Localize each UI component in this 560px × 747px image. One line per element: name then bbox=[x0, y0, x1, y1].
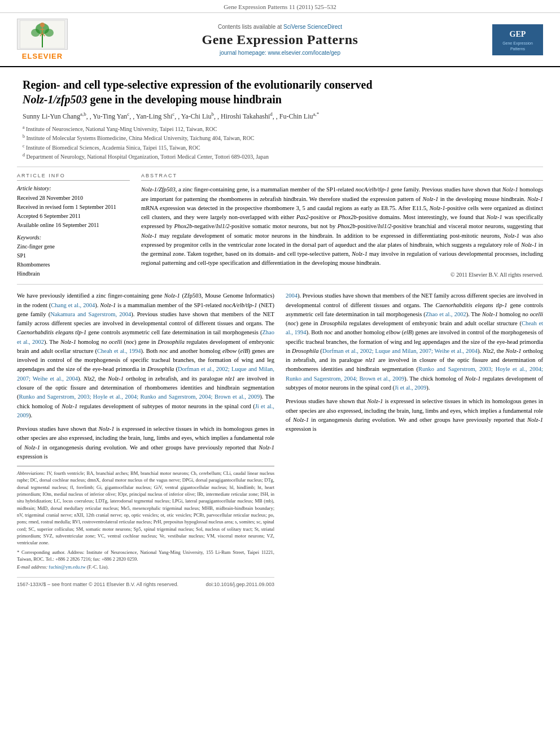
title-part1: Region- and cell type-selective expressi… bbox=[23, 78, 373, 91]
body-col-2: 2004). Previous studies have shown that … bbox=[286, 291, 543, 592]
abstract-nolz1-2: Nolz-1 bbox=[422, 196, 438, 202]
abstract-nolz1-3: Nolz-1 bbox=[527, 196, 543, 202]
doi-text: doi:10.1016/j.gep.2011.09.003 bbox=[205, 581, 274, 589]
affiliations: a Institute of Neuroscience, National Ya… bbox=[23, 124, 537, 161]
author2-name: , Yu-Ting Yan bbox=[90, 112, 127, 120]
sciverse-link[interactable]: SciVerse ScienceDirect bbox=[283, 24, 342, 30]
title-italic: Nolz-1/zfp503 bbox=[23, 93, 87, 106]
abbrev-line: Abbreviations: IV, fourth ventricle; BA,… bbox=[17, 470, 274, 546]
keyword-1: Zinc-finger gene bbox=[17, 242, 130, 251]
author5-name: , Hiroshi Takahashi bbox=[217, 112, 270, 120]
journal-homepage: journal homepage: www.elsevier.com/locat… bbox=[73, 50, 487, 56]
affil-b: b Institute of Molecular Systems Biomedi… bbox=[23, 133, 537, 142]
abstract-text: Nolz-1/Zfp503, a zinc finger-containing … bbox=[141, 185, 543, 268]
abstract-nolz1-5: Nolz-1 bbox=[487, 214, 502, 220]
abstract-isl2: Isl1/2 bbox=[378, 223, 391, 229]
article-info-abstract: ARTICLE INFO Article history: Received 2… bbox=[17, 167, 543, 285]
ref-chang2004[interactable]: Chang et al., 2004 bbox=[51, 302, 95, 308]
article-authors: Sunny Li-Yun Changa,b, , Yu-Ting Yanc, ,… bbox=[23, 111, 537, 121]
abbrev-label: Abbreviations: bbox=[17, 470, 45, 476]
ref-zhao2[interactable]: Zhao et al., 2002 bbox=[426, 311, 466, 317]
body-para2: Previous studies have shown that Nolz-1 … bbox=[17, 425, 274, 461]
abstract-label: ABSTRACT bbox=[141, 173, 543, 181]
abstract-nolz1-6: Nolz-1 bbox=[141, 233, 157, 239]
title-part3: gene in the developing mouse hindbrain bbox=[87, 93, 282, 106]
author1-sup: a,b bbox=[80, 111, 86, 117]
body-col2-para1: 2004). Previous studies have shown that … bbox=[286, 291, 543, 392]
keyword-4: Hindbrain bbox=[17, 269, 130, 278]
body-col2-para2: Previous studies have shown that Nolz-1 … bbox=[286, 397, 543, 434]
svg-text:Gene Expression: Gene Expression bbox=[502, 41, 533, 46]
footnotes-area: Abbreviations: IV, fourth ventricle; BA,… bbox=[17, 466, 274, 570]
elsevier-figure bbox=[17, 19, 68, 50]
abstract-pax2: Pax2 bbox=[296, 214, 309, 220]
article-title: Region- and cell type-selective expressi… bbox=[23, 77, 537, 107]
article-title-section: Region- and cell type-selective expressi… bbox=[17, 67, 543, 167]
svg-text:GEP: GEP bbox=[510, 30, 526, 38]
abstract-isl: Isl1/2 bbox=[216, 223, 230, 229]
keyword-3: Rhombomeres bbox=[17, 260, 130, 269]
svg-point-3 bbox=[31, 29, 40, 37]
revised-date: Received in revised form 1 September 201… bbox=[17, 203, 130, 212]
article-info-label: ARTICLE INFO bbox=[17, 173, 130, 181]
author3-name: , Yan-Ling Shi bbox=[133, 112, 172, 120]
bottom-bar: 1567-133X/$ – see front matter © 2011 El… bbox=[17, 577, 274, 592]
email-label: E-mail address: bbox=[17, 564, 47, 570]
elsevier-label: ELSEVIER bbox=[22, 52, 63, 60]
journal-title-center: Contents lists available at SciVerse Sci… bbox=[73, 24, 487, 56]
abstract-phox2b-pos: Phox2b bbox=[338, 223, 356, 229]
ref-runko[interactable]: Runko and Sagerstrom, 2003; Hoyle et al.… bbox=[19, 394, 260, 400]
ref-2004[interactable]: 2004 bbox=[286, 292, 298, 299]
article-history: Article history: Received 28 November 20… bbox=[17, 185, 130, 230]
ref-cheah1994[interactable]: Cheah et al., 1994 bbox=[97, 348, 141, 354]
abbrev-text: IV, fourth ventricle; BA, branchial arch… bbox=[17, 470, 274, 545]
abstract-copyright: © 2011 Elsevier B.V. All rights reserved… bbox=[141, 272, 543, 278]
affil-a: a Institute of Neuroscience, National Ya… bbox=[23, 124, 537, 133]
corresponding-label: * Corresponding author. bbox=[17, 549, 65, 555]
journal-header: ELSEVIER Contents lists available at Sci… bbox=[0, 13, 560, 67]
ref-runko2[interactable]: Runko and Sagerstrom, 2003; Hoyle et al.… bbox=[286, 366, 543, 381]
issn-text: 1567-133X/$ – see front matter © 2011 El… bbox=[17, 581, 178, 589]
body-col-1: We have previously identified a zinc fin… bbox=[17, 291, 274, 592]
ref-ji2009[interactable]: Ji et al., 2009 bbox=[17, 403, 274, 418]
svg-point-5 bbox=[40, 23, 45, 27]
accepted-date: Accepted 6 September 2011 bbox=[17, 212, 130, 221]
email-line: E-mail address: fuchin@ym.edu.tw (F.-C. … bbox=[17, 563, 274, 570]
affil-c: c Institute of Biomedical Sciences, Acad… bbox=[23, 143, 537, 152]
abstract-gene1: Nolz-1/Zfp503 bbox=[141, 186, 176, 193]
elsevier-logo-box: ELSEVIER bbox=[11, 19, 73, 60]
abstract-nolz1: Nolz-1 bbox=[502, 186, 518, 193]
citation-text: Gene Expression Patterns 11 (2011) 525–5… bbox=[224, 3, 336, 10]
body-para1: We have previously identified a zinc fin… bbox=[17, 291, 274, 420]
journal-right-logo: GEP Gene Expression Patterns bbox=[487, 24, 549, 55]
journal-name: Gene Expression Patterns bbox=[73, 32, 487, 47]
ref-dorfman2[interactable]: Dorfman et al., 2002; Luque and Milan, 2… bbox=[322, 348, 478, 354]
received-date: Received 28 November 2010 bbox=[17, 194, 130, 203]
ref-nakamura[interactable]: Nakamura and Sagerstrom, 2004 bbox=[50, 311, 131, 317]
svg-text:Patterns: Patterns bbox=[510, 47, 526, 51]
keywords-label: Keywords: bbox=[17, 234, 130, 241]
ref-ji2[interactable]: Ji et al., 2009 bbox=[395, 385, 426, 391]
author2-sup: c bbox=[127, 111, 129, 117]
email-address[interactable]: fuchin@ym.edu.tw bbox=[49, 564, 85, 570]
email-suffix: (F.-C. Liu). bbox=[87, 564, 109, 570]
abstract-nolz1-4: Nolz-1 bbox=[430, 205, 445, 211]
ref-dorfman[interactable]: Dorfman et al., 2002; Luque and Milan, 2… bbox=[17, 366, 274, 381]
abstract-nolz1-7: Nolz-1 bbox=[504, 233, 519, 239]
abstract-nolz1-8: Nolz-1 bbox=[521, 242, 537, 248]
author1-name: Sunny Li-Yun Chang bbox=[23, 112, 80, 120]
right-logo-box: GEP Gene Expression Patterns bbox=[492, 24, 543, 55]
author4-name: , Ya-Chi Liu bbox=[178, 112, 211, 120]
author6-name: , Fu-Chin Liu bbox=[276, 112, 313, 120]
article-info-col: ARTICLE INFO Article history: Received 2… bbox=[17, 173, 130, 278]
author5-sup: d bbox=[270, 111, 273, 117]
author3-sup: c bbox=[172, 111, 174, 117]
keyword-2: SP1 bbox=[17, 251, 130, 260]
abstract-nolz1-9: Nolz-1 bbox=[352, 251, 368, 257]
abstract-col: ABSTRACT Nolz-1/Zfp503, a zinc finger-co… bbox=[141, 173, 543, 278]
available-date: Available online 16 September 2011 bbox=[17, 221, 130, 230]
page: Gene Expression Patterns 11 (2011) 525–5… bbox=[0, 0, 560, 747]
sciverse-line: Contents lists available at SciVerse Sci… bbox=[73, 24, 487, 30]
svg-point-4 bbox=[45, 29, 54, 37]
history-label: Article history: bbox=[17, 185, 130, 191]
